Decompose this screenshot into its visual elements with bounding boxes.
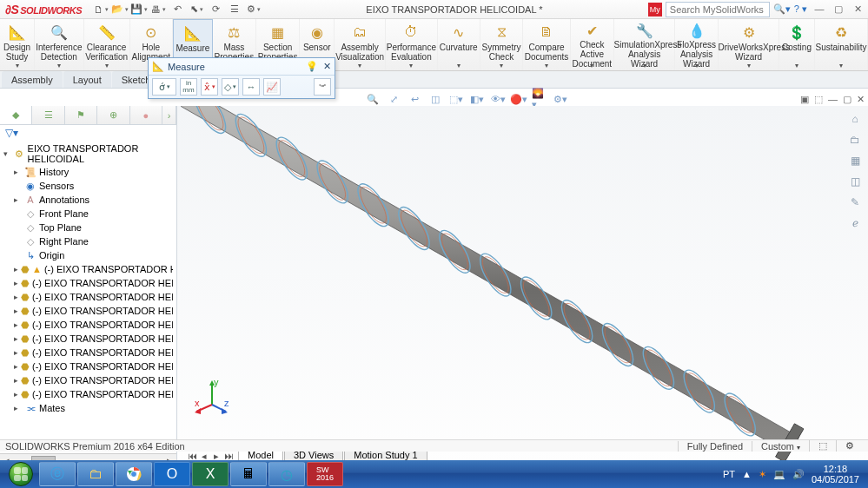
fm-mates[interactable]: ▸ ⫘ Mates xyxy=(14,401,173,415)
prev-view-icon[interactable]: ↩ xyxy=(407,91,422,107)
expand-icon[interactable]: ▸ xyxy=(14,293,18,301)
tb-outlook-icon[interactable]: O xyxy=(154,462,190,486)
fm-item-right-plane[interactable]: ◇Right Plane xyxy=(14,234,173,248)
scene-icon[interactable]: 🌄▾ xyxy=(532,91,547,107)
taskpane-5-icon[interactable]: ✎ xyxy=(847,195,863,210)
taskpane-2-icon[interactable]: 🗀 xyxy=(847,132,863,148)
fm-tab-more-icon[interactable]: › xyxy=(162,106,176,124)
expand-icon[interactable]: ▸ xyxy=(14,307,18,315)
expand-icon[interactable]: ▸ xyxy=(14,376,18,385)
fm-part-item[interactable]: ▸⬣(-) EIXO TRANSPORTADOR HELICO xyxy=(14,346,173,359)
ribbon-curvature[interactable]: ∿Curvature▾ xyxy=(438,19,480,70)
fm-item-origin[interactable]: ↳Origin xyxy=(14,248,173,262)
expand-icon[interactable]: ▸ xyxy=(14,348,18,357)
fm-tab-display-icon[interactable]: ⊕ xyxy=(97,106,129,124)
ribbon-floxpress-analysis-wizard[interactable]: 💧FloXpressAnalysisWizard▾ xyxy=(675,19,719,70)
measure-units-icon[interactable]: in mm xyxy=(180,78,197,96)
fm-item-front-plane[interactable]: ◇Front Plane xyxy=(14,207,173,221)
fm-root-node[interactable]: ▾ ⚙ EIXO TRANSPORTADOR HELICOIDAL xyxy=(3,142,173,165)
tab-assembly[interactable]: Assembly xyxy=(2,71,63,88)
fm-part-item[interactable]: ▸⬣(-) EIXO TRANSPORTADOR HELICO xyxy=(14,276,173,290)
fm-item-sensors[interactable]: ◉Sensors xyxy=(14,179,173,193)
fm-part-item[interactable]: ▸⬣(-) EIXO TRANSPORTADOR HELICO xyxy=(14,332,173,346)
expand-icon[interactable]: ▸ xyxy=(14,279,18,287)
fm-tab-tree-icon[interactable]: ◆ xyxy=(0,106,32,124)
minimize-icon[interactable]: — xyxy=(812,3,826,15)
measure-xyz-icon[interactable]: x̂ xyxy=(201,78,218,96)
my-solidworks-badge-icon[interactable]: My xyxy=(648,3,662,16)
expand-icon[interactable]: ▸ xyxy=(14,320,18,329)
measure-pin-icon[interactable]: ✕ xyxy=(323,61,331,72)
hide-show-icon[interactable]: 👁▾ xyxy=(490,91,506,107)
ribbon-sustainability[interactable]: ♻Sustainability▾ xyxy=(815,19,868,70)
fm-tab-config-icon[interactable]: ⚑ xyxy=(65,106,97,124)
tray-clock[interactable]: 12:18 04/05/2017 xyxy=(812,464,859,485)
undo-icon[interactable]: ↶ xyxy=(170,3,184,16)
restore-icon[interactable]: ▢ xyxy=(832,3,845,15)
ribbon-symmetry-check[interactable]: ⧖SymmetryCheck▾ xyxy=(480,19,524,70)
options-list-icon[interactable]: ☰ xyxy=(228,3,242,16)
open-doc-icon[interactable]: 📂 xyxy=(113,3,127,16)
ribbon-compare-documents[interactable]: 🗎CompareDocuments▾ xyxy=(523,19,570,70)
display-style-icon[interactable]: ◧▾ xyxy=(469,91,485,107)
status-gear-icon[interactable]: ⚙ xyxy=(836,440,863,452)
measure-history-icon[interactable]: 📈 xyxy=(263,78,281,96)
mdi-minimize-icon[interactable]: — xyxy=(828,94,838,105)
ribbon-simulationxpress-analysis-wizard[interactable]: 🔧SimulationXpressAnalysis Wizard▾ xyxy=(614,19,675,70)
fm-item-history[interactable]: ▸📜History xyxy=(14,165,173,179)
search-icon[interactable]: 🔍▾ xyxy=(773,3,791,15)
tb-ie-icon[interactable]: ⓔ xyxy=(39,462,76,486)
search-input[interactable] xyxy=(666,2,770,17)
zoom-area-icon[interactable]: ⤢ xyxy=(386,91,401,107)
tray-runner-icon[interactable]: ✶ xyxy=(759,469,766,480)
print-icon[interactable]: 🖶 xyxy=(151,3,165,16)
tb-app-icon[interactable]: ◷ xyxy=(268,462,305,486)
fm-part-item[interactable]: ▸⬣(-) EIXO TRANSPORTADOR HELICO xyxy=(14,318,173,332)
tray-network-icon[interactable]: 💻 xyxy=(773,469,785,480)
tab-layout[interactable]: Layout xyxy=(63,71,111,88)
fm-part-item[interactable]: ▸⬣(-) EIXO TRANSPORTADOR HELICO xyxy=(14,304,173,318)
ribbon-driveworksxpress-wizard[interactable]: ⚙DriveWorksXpressWizard▾ xyxy=(719,19,779,70)
tb-solidworks-icon[interactable]: SW2016 xyxy=(307,462,343,486)
help-icon[interactable]: ? ▾ xyxy=(794,3,807,15)
tb-excel-icon[interactable]: X xyxy=(192,462,229,486)
tray-lang[interactable]: PT xyxy=(723,469,735,479)
measure-projection-icon[interactable]: ◇ xyxy=(222,78,239,96)
collapse-icon[interactable]: ▾ xyxy=(3,149,10,158)
measure-pt-icon[interactable]: ↔ xyxy=(242,78,260,96)
measure-panel[interactable]: 📐 Measure 💡 ✕ ớ in mm x̂ ◇ ↔ 📈 ︾ xyxy=(148,57,335,99)
expand-icon[interactable]: ▸ xyxy=(14,168,22,176)
mdi-misc1-icon[interactable]: ▣ xyxy=(800,94,809,105)
ribbon-performance-evaluation[interactable]: ⏱PerformanceEvaluation▾ xyxy=(386,19,438,70)
expand-icon[interactable]: ▸ xyxy=(14,195,22,204)
graphics-viewport[interactable]: y x z ⌂ 🗀 ▦ ◫ ✎ ℯ ⏮ ◂ ▸ ⏭ Model3D ViewsM… xyxy=(177,106,868,467)
view-settings-icon[interactable]: ⚙▾ xyxy=(553,91,568,107)
tray-flag-icon[interactable]: ▲ xyxy=(742,469,752,479)
select-icon[interactable]: ⬉ xyxy=(189,3,203,16)
fm-item-top-plane[interactable]: ◇Top Plane xyxy=(14,221,173,234)
fm-filter[interactable]: ▽▾ xyxy=(0,125,176,141)
tray-volume-icon[interactable]: 🔊 xyxy=(792,469,805,480)
rebuild-icon[interactable]: ⟳ xyxy=(209,3,222,16)
new-doc-icon[interactable]: 🗋 xyxy=(94,3,108,16)
fm-part-item[interactable]: ▸⬣(-) EIXO TRANSPORTADOR HELICO xyxy=(14,373,173,387)
close-icon[interactable]: ✕ xyxy=(851,3,865,15)
taskpane-4-icon[interactable]: ◫ xyxy=(847,174,863,189)
expand-icon[interactable]: ▸ xyxy=(14,390,18,399)
expand-icon[interactable]: ▸ xyxy=(14,404,22,412)
measure-arc-mode-icon[interactable]: ớ xyxy=(152,78,176,96)
view-orient-icon[interactable]: ⬚▾ xyxy=(448,91,464,107)
zoom-fit-icon[interactable]: 🔍 xyxy=(365,91,381,107)
fm-part-item[interactable]: ▸⬣(-) EIXO TRANSPORTADOR HELICO xyxy=(14,290,173,304)
ribbon-check-active-document[interactable]: ✔CheckActiveDocument▾ xyxy=(571,19,614,70)
expand-icon[interactable]: ▸ xyxy=(14,362,18,371)
tb-calc-icon[interactable]: 🖩 xyxy=(230,462,267,486)
start-button[interactable] xyxy=(3,460,38,488)
ribbon-design-study[interactable]: 📐DesignStudy▾ xyxy=(0,19,35,70)
ribbon-clearance-verification[interactable]: 📏ClearanceVerification▾ xyxy=(84,19,130,70)
fm-item-annotations[interactable]: ▸AAnnotations xyxy=(14,193,173,207)
fm-part-item[interactable]: ▸⬣(-) EIXO TRANSPORTADOR HELICO xyxy=(14,387,173,401)
section-view-icon[interactable]: ◫ xyxy=(427,91,443,107)
expand-icon[interactable]: ▸ xyxy=(14,334,18,343)
measure-help-icon[interactable]: 💡 xyxy=(306,61,318,72)
